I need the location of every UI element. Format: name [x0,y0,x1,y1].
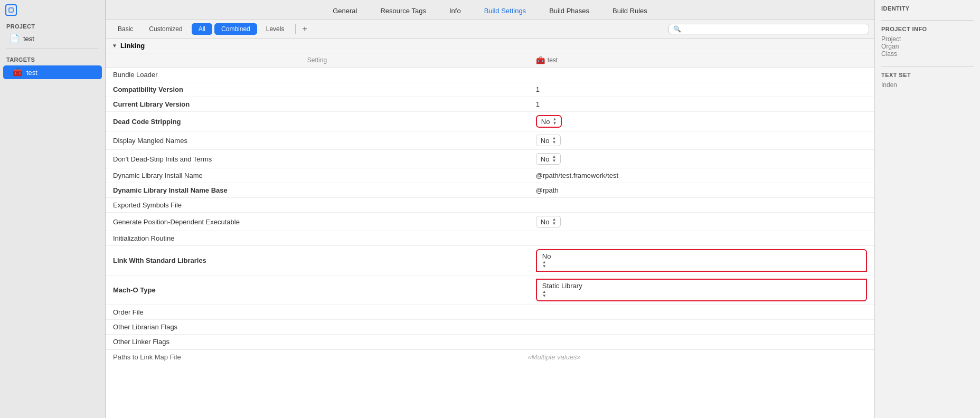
project-item-label: test [23,35,34,43]
settings-table: Setting 🧰 test Bundle LoaderCompatibilit… [106,53,874,349]
setting-value-cell[interactable]: No▲▼ [529,131,874,150]
target-item-label: test [26,69,37,77]
targets-section-label: TARGETS [0,52,105,65]
right-panel: Identity Project Info Project Organ Clas… [874,0,980,418]
setting-value-cell [529,335,874,349]
table-row: Order File [106,305,874,320]
class-label: Class [881,50,974,58]
tab-build-rules[interactable]: Build Rules [601,4,659,17]
sidebar-top [0,0,105,19]
setting-value-cell [529,231,874,246]
sidebar: PROJECT 📄 test TARGETS 🧰 test [0,0,106,418]
table-row: Other Librarian Flags [106,320,874,335]
table-row: Dynamic Library Install Name Base@rpath [106,183,874,198]
setting-name-cell: Current Library Version [106,97,529,112]
tab-build-settings[interactable]: Build Settings [473,4,538,17]
setting-name-cell: Display Mangled Names [106,131,529,150]
setting-name-cell: Exported Symbols File [106,198,529,213]
main-area: General Resource Tags Info Build Setting… [106,0,874,418]
org-label: Organ [881,43,974,50]
setting-name-cell: Don't Dead-Strip Inits and Terms [106,150,529,168]
setting-name-cell: Compatibility Version [106,82,529,97]
identity-section: Identity [881,5,974,12]
project-section-label: PROJECT [0,19,105,32]
bottom-row-name: Paths to Link Map File [113,353,527,361]
table-row: Other Linker Flags [106,335,874,349]
setting-value-cell[interactable]: No▲▼ [529,213,874,231]
search-input[interactable] [683,25,864,33]
top-nav: General Resource Tags Info Build Setting… [106,0,874,20]
filter-customized[interactable]: Customized [142,23,189,35]
project-info-section: Project Info Project Organ Class [881,26,974,58]
table-row: Display Mangled NamesNo▲▼ [106,131,874,150]
setting-value-cell: 1 [529,82,874,97]
filter-levels[interactable]: Levels [259,23,291,35]
collapse-triangle[interactable]: ▼ [112,43,117,49]
setting-value-cell[interactable]: Static Library▲▼ [529,276,874,305]
project-label: Project [881,35,974,43]
sidebar-item-target[interactable]: 🧰 test [3,65,102,79]
bottom-row: Paths to Link Map File «Multiple values» [106,349,874,364]
table-row: Exported Symbols File [106,198,874,213]
search-bar: 🔍 [668,24,869,34]
setting-name-cell: Mach-O Type [106,276,529,305]
table-row: Bundle Loader [106,68,874,82]
filter-basic[interactable]: Basic [111,23,140,35]
setting-value-cell [529,305,874,320]
content-area: ▼ Linking Setting 🧰 test Bundle LoaderCo… [106,39,874,418]
tab-build-phases[interactable]: Build Phases [538,4,601,17]
add-filter-button[interactable]: + [300,24,309,34]
sidebar-divider [6,49,99,49]
setting-value-cell[interactable]: No▲▼ [529,246,874,276]
table-row: Initialization Routine [106,231,874,246]
setting-name-cell: Bundle Loader [106,68,529,82]
section-header-linking: ▼ Linking [106,39,874,53]
tab-general[interactable]: General [321,4,369,17]
table-row: Dead Code StrippingNo▲▼ [106,112,874,131]
table-row: Link With Standard LibrariesNo▲▼ [106,246,874,276]
filter-divider [295,24,296,34]
setting-value-cell[interactable]: No▲▼ [529,150,874,168]
tab-info[interactable]: Info [438,4,473,17]
table-row: Mach-O TypeStatic Library▲▼ [106,276,874,305]
setting-value-cell: 1 [529,97,874,112]
filter-bar: Basic Customized All Combined Levels + 🔍 [106,20,874,39]
project-info-title: Project Info [881,26,974,32]
setting-value-cell [529,198,874,213]
target-icon: 🧰 [13,68,23,77]
table-row: Current Library Version1 [106,97,874,112]
bottom-row-value: «Multiple values» [527,353,580,361]
table-row: Don't Dead-Strip Inits and TermsNo▲▼ [106,150,874,168]
setting-name-cell: Dead Code Stripping [106,112,529,131]
filter-all[interactable]: All [192,23,212,35]
tab-resource-tags[interactable]: Resource Tags [369,4,437,17]
table-header-row: Setting 🧰 test [106,53,874,68]
col-setting-header: Setting [106,53,529,68]
setting-name-cell: Other Linker Flags [106,335,529,349]
table-row: Dynamic Library Install Name@rpath/test.… [106,168,874,183]
col-value-header: 🧰 test [529,53,874,68]
setting-value-cell: @rpath [529,183,874,198]
right-divider-2 [881,66,974,66]
search-icon: 🔍 [673,25,681,33]
project-file-icon: 📄 [10,34,20,43]
setting-name-cell: Link With Standard Libraries [106,246,529,276]
col-target-label: test [548,56,558,64]
text-settings-title: Text Set [881,72,974,78]
table-row: Generate Position-Dependent ExecutableNo… [106,213,874,231]
indent-label: Inden [881,81,974,89]
setting-name-cell: Order File [106,305,529,320]
setting-name-cell: Dynamic Library Install Name [106,168,529,183]
section-title: Linking [120,42,145,50]
table-row: Compatibility Version1 [106,82,874,97]
col-target-icon: 🧰 [536,56,545,64]
setting-name-cell: Dynamic Library Install Name Base [106,183,529,198]
filter-combined[interactable]: Combined [214,23,257,35]
right-divider-1 [881,20,974,21]
setting-value-cell[interactable]: No▲▼ [529,112,874,131]
setting-value-cell [529,68,874,82]
svg-rect-0 [9,8,13,12]
sidebar-item-project[interactable]: 📄 test [0,32,105,45]
setting-name-cell: Initialization Routine [106,231,529,246]
text-settings-section: Text Set Inden [881,72,974,89]
